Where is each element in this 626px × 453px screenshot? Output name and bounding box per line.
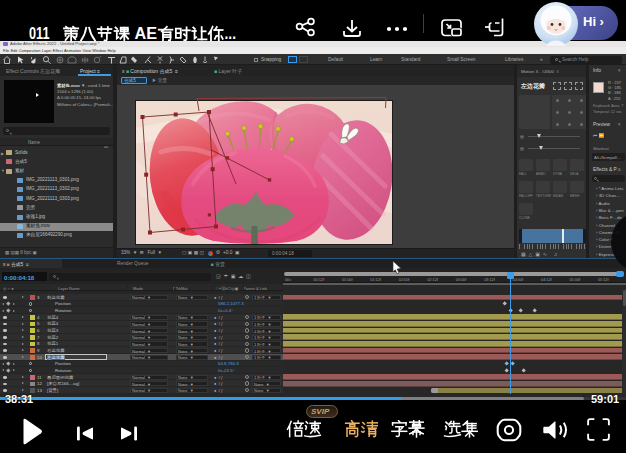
svg-text:...: ... <box>225 25 237 43</box>
svg-text:AE: AE <box>135 25 158 43</box>
svg-text:011: 011 <box>29 25 50 43</box>
